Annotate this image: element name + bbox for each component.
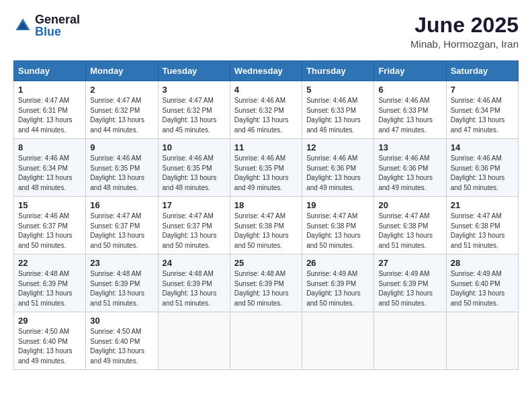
- day-info: Sunrise: 4:46 AMSunset: 6:35 PMDaylight:…: [163, 154, 226, 193]
- calendar-day-cell: 30Sunrise: 4:50 AMSunset: 6:40 PMDayligh…: [86, 312, 158, 370]
- calendar-week-row: 29Sunrise: 4:50 AMSunset: 6:40 PMDayligh…: [14, 312, 519, 370]
- calendar-day-cell: [302, 312, 374, 370]
- calendar-day-cell: 28Sunrise: 4:49 AMSunset: 6:40 PMDayligh…: [446, 255, 518, 312]
- day-number: 5: [306, 85, 369, 95]
- calendar-day-cell: 21Sunrise: 4:47 AMSunset: 6:38 PMDayligh…: [446, 197, 518, 255]
- day-info: Sunrise: 4:47 AMSunset: 6:38 PMDaylight:…: [306, 212, 369, 250]
- day-info: Sunrise: 4:46 AMSunset: 6:36 PMDaylight:…: [378, 154, 441, 193]
- day-number: 1: [18, 85, 81, 95]
- day-number: 17: [163, 200, 226, 210]
- calendar-day-cell: 4Sunrise: 4:46 AMSunset: 6:32 PMDaylight…: [230, 81, 302, 139]
- calendar-day-cell: 18Sunrise: 4:47 AMSunset: 6:38 PMDayligh…: [230, 197, 302, 255]
- day-info: Sunrise: 4:46 AMSunset: 6:33 PMDaylight:…: [378, 96, 441, 135]
- calendar-week-row: 8Sunrise: 4:46 AMSunset: 6:34 PMDaylight…: [14, 139, 519, 197]
- day-of-week-header: Monday: [86, 61, 158, 81]
- title-block: June 2025 Minab, Hormozgan, Iran: [410, 13, 519, 50]
- calendar-day-cell: 22Sunrise: 4:48 AMSunset: 6:39 PMDayligh…: [14, 255, 86, 312]
- calendar-day-cell: 11Sunrise: 4:46 AMSunset: 6:35 PMDayligh…: [230, 139, 302, 197]
- day-info: Sunrise: 4:48 AMSunset: 6:39 PMDaylight:…: [234, 269, 298, 308]
- day-info: Sunrise: 4:50 AMSunset: 6:40 PMDaylight:…: [90, 327, 153, 366]
- calendar-day-cell: 10Sunrise: 4:46 AMSunset: 6:35 PMDayligh…: [158, 139, 230, 197]
- calendar-day-cell: 8Sunrise: 4:46 AMSunset: 6:34 PMDaylight…: [14, 139, 86, 197]
- day-of-week-header: Tuesday: [158, 61, 230, 81]
- day-number: 20: [378, 200, 441, 210]
- day-number: 13: [378, 142, 441, 152]
- day-number: 4: [234, 85, 298, 95]
- day-number: 14: [451, 142, 514, 152]
- day-info: Sunrise: 4:48 AMSunset: 6:39 PMDaylight:…: [18, 269, 81, 308]
- day-info: Sunrise: 4:46 AMSunset: 6:34 PMDaylight:…: [451, 96, 514, 135]
- calendar-subtitle: Minab, Hormozgan, Iran: [410, 38, 519, 50]
- day-info: Sunrise: 4:48 AMSunset: 6:39 PMDaylight:…: [90, 269, 153, 308]
- logo: General Blue: [13, 13, 80, 38]
- calendar-day-cell: [446, 312, 518, 370]
- day-of-week-header: Saturday: [446, 61, 518, 81]
- day-number: 10: [163, 142, 226, 152]
- calendar-day-cell: [374, 312, 446, 370]
- day-number: 2: [90, 85, 153, 95]
- calendar-day-cell: 27Sunrise: 4:49 AMSunset: 6:39 PMDayligh…: [374, 255, 446, 312]
- calendar-day-cell: 25Sunrise: 4:48 AMSunset: 6:39 PMDayligh…: [230, 255, 302, 312]
- day-info: Sunrise: 4:47 AMSunset: 6:32 PMDaylight:…: [90, 96, 153, 135]
- calendar-week-row: 22Sunrise: 4:48 AMSunset: 6:39 PMDayligh…: [14, 255, 519, 312]
- day-number: 3: [163, 85, 226, 95]
- day-number: 23: [90, 258, 153, 268]
- calendar-day-cell: 13Sunrise: 4:46 AMSunset: 6:36 PMDayligh…: [374, 139, 446, 197]
- day-of-week-header: Friday: [374, 61, 446, 81]
- day-info: Sunrise: 4:46 AMSunset: 6:37 PMDaylight:…: [18, 212, 81, 250]
- calendar-day-cell: 5Sunrise: 4:46 AMSunset: 6:33 PMDaylight…: [302, 81, 374, 139]
- day-number: 7: [451, 85, 514, 95]
- calendar-day-cell: 26Sunrise: 4:49 AMSunset: 6:39 PMDayligh…: [302, 255, 374, 312]
- day-info: Sunrise: 4:47 AMSunset: 6:38 PMDaylight:…: [234, 212, 298, 250]
- day-number: 22: [18, 258, 81, 268]
- day-info: Sunrise: 4:46 AMSunset: 6:34 PMDaylight:…: [18, 154, 81, 193]
- logo-icon: [13, 16, 32, 35]
- calendar-day-cell: 20Sunrise: 4:47 AMSunset: 6:38 PMDayligh…: [374, 197, 446, 255]
- day-number: 21: [451, 200, 514, 210]
- day-number: 9: [90, 142, 153, 152]
- day-info: Sunrise: 4:50 AMSunset: 6:40 PMDaylight:…: [18, 327, 81, 366]
- day-number: 15: [18, 200, 81, 210]
- day-info: Sunrise: 4:47 AMSunset: 6:38 PMDaylight:…: [378, 212, 441, 250]
- day-info: Sunrise: 4:49 AMSunset: 6:39 PMDaylight:…: [378, 269, 441, 308]
- day-number: 18: [234, 200, 298, 210]
- day-number: 19: [306, 200, 369, 210]
- day-of-week-header: Thursday: [302, 61, 374, 81]
- calendar-day-cell: 2Sunrise: 4:47 AMSunset: 6:32 PMDaylight…: [86, 81, 158, 139]
- day-info: Sunrise: 4:48 AMSunset: 6:39 PMDaylight:…: [163, 269, 226, 308]
- calendar-day-cell: 24Sunrise: 4:48 AMSunset: 6:39 PMDayligh…: [158, 255, 230, 312]
- day-number: 25: [234, 258, 298, 268]
- calendar-day-cell: 19Sunrise: 4:47 AMSunset: 6:38 PMDayligh…: [302, 197, 374, 255]
- calendar-day-cell: 16Sunrise: 4:47 AMSunset: 6:37 PMDayligh…: [86, 197, 158, 255]
- day-info: Sunrise: 4:46 AMSunset: 6:36 PMDaylight:…: [451, 154, 514, 193]
- day-number: 12: [306, 142, 369, 152]
- day-info: Sunrise: 4:46 AMSunset: 6:33 PMDaylight:…: [306, 96, 369, 135]
- calendar-header-row: SundayMondayTuesdayWednesdayThursdayFrid…: [14, 61, 519, 81]
- calendar-day-cell: 1Sunrise: 4:47 AMSunset: 6:31 PMDaylight…: [14, 81, 86, 139]
- day-number: 6: [378, 85, 441, 95]
- calendar-table: SundayMondayTuesdayWednesdayThursdayFrid…: [13, 60, 519, 370]
- calendar-week-row: 15Sunrise: 4:46 AMSunset: 6:37 PMDayligh…: [14, 197, 519, 255]
- day-info: Sunrise: 4:47 AMSunset: 6:37 PMDaylight:…: [163, 212, 226, 250]
- day-number: 28: [451, 258, 514, 268]
- calendar-title: June 2025: [410, 13, 519, 37]
- day-number: 29: [18, 316, 81, 326]
- day-info: Sunrise: 4:46 AMSunset: 6:35 PMDaylight:…: [90, 154, 153, 193]
- day-number: 16: [90, 200, 153, 210]
- day-of-week-header: Sunday: [14, 61, 86, 81]
- calendar-day-cell: 9Sunrise: 4:46 AMSunset: 6:35 PMDaylight…: [86, 139, 158, 197]
- logo-general: General: [35, 13, 80, 26]
- day-number: 26: [306, 258, 369, 268]
- day-info: Sunrise: 4:47 AMSunset: 6:31 PMDaylight:…: [18, 96, 81, 135]
- day-number: 24: [163, 258, 226, 268]
- page-header: General Blue June 2025 Minab, Hormozgan,…: [13, 13, 519, 50]
- logo-blue: Blue: [35, 26, 80, 38]
- day-info: Sunrise: 4:49 AMSunset: 6:40 PMDaylight:…: [451, 269, 514, 308]
- calendar-day-cell: 23Sunrise: 4:48 AMSunset: 6:39 PMDayligh…: [86, 255, 158, 312]
- day-number: 11: [234, 142, 298, 152]
- day-info: Sunrise: 4:46 AMSunset: 6:35 PMDaylight:…: [234, 154, 298, 193]
- calendar-day-cell: 14Sunrise: 4:46 AMSunset: 6:36 PMDayligh…: [446, 139, 518, 197]
- calendar-day-cell: 29Sunrise: 4:50 AMSunset: 6:40 PMDayligh…: [14, 312, 86, 370]
- calendar-day-cell: 12Sunrise: 4:46 AMSunset: 6:36 PMDayligh…: [302, 139, 374, 197]
- day-number: 8: [18, 142, 81, 152]
